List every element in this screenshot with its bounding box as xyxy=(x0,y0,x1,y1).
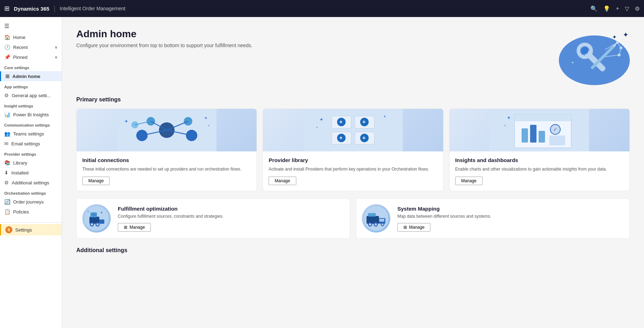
card-desc-fulfillment: Configure fulfillment sources, constrain… xyxy=(118,213,344,219)
svg-point-65 xyxy=(97,223,99,226)
card-image-connections: ✦ ✦ ✦ xyxy=(77,109,257,151)
card-desc-connections: These initial connections are needed to … xyxy=(82,166,251,172)
svg-text:+: + xyxy=(339,135,342,141)
manage-icon-fulfillment: ⊞ xyxy=(124,225,127,230)
svg-rect-74 xyxy=(379,219,384,222)
svg-point-79 xyxy=(375,223,377,226)
sidebar-item-admin-home[interactable]: ⊞ Admin home xyxy=(0,71,62,81)
svg-text:✦: ✦ xyxy=(504,124,506,127)
card-title-mapping: System Mapping xyxy=(397,206,624,212)
secondary-cards-grid: ✦ ✦ Fulfillment optimization Configure f… xyxy=(76,198,630,239)
sidebar-item-general-app[interactable]: ⚙ General app setti... xyxy=(0,90,62,100)
page-header: Admin home Configure your environment fr… xyxy=(76,28,630,85)
section-provider-settings: Provider settings xyxy=(0,149,62,158)
svg-text:✦: ✦ xyxy=(571,61,574,65)
sidebar-item-teams[interactable]: 👥 Teams settings xyxy=(0,129,62,139)
manage-button-fulfillment[interactable]: ⊞ Manage xyxy=(118,223,151,232)
manage-button-connections[interactable]: Manage xyxy=(82,177,110,185)
policy-icon: 📋 xyxy=(4,209,10,215)
grid-icon[interactable]: ⊞ xyxy=(4,5,10,12)
svg-rect-49 xyxy=(514,114,571,121)
home-icon: 🏠 xyxy=(4,34,10,40)
manage-button-insights[interactable]: Manage xyxy=(455,177,483,185)
svg-rect-31 xyxy=(303,109,403,151)
sidebar-installed-label: Installed xyxy=(11,170,28,176)
manage-button-mapping[interactable]: ⊞ Manage xyxy=(397,223,430,232)
sidebar-order-journeys-label: Order journeys xyxy=(13,199,44,205)
sidebar-item-email[interactable]: ✉ Email settings xyxy=(0,139,62,149)
card-title-connections: Initial connections xyxy=(82,157,251,163)
gear-icon: ⚙ xyxy=(4,93,9,98)
card-body-connections: Initial connections These initial connec… xyxy=(77,151,257,191)
sidebar-policies-label: Policies xyxy=(13,209,29,215)
search-icon[interactable]: 🔍 xyxy=(590,5,598,12)
email-icon: ✉ xyxy=(4,141,9,146)
card-body-insights: Insights and dashboards Enable charts an… xyxy=(450,151,629,191)
app-name: Intelligent Order Management xyxy=(60,6,125,11)
download-icon: ⬇ xyxy=(4,170,9,176)
card-system-mapping: System Mapping Map data between differen… xyxy=(356,198,630,239)
settings-icon[interactable]: ⚙ xyxy=(635,5,640,12)
svg-rect-61 xyxy=(99,219,104,224)
section-core-settings: Core settings xyxy=(0,62,62,71)
filter-icon[interactable]: ▽ xyxy=(625,5,629,12)
svg-rect-51 xyxy=(530,125,536,143)
card-icon-fulfillment: ✦ ✦ xyxy=(82,204,111,233)
manage-button-provider[interactable]: Manage xyxy=(269,177,296,185)
sidebar-library-label: Library xyxy=(13,160,27,166)
svg-rect-81 xyxy=(368,213,376,217)
card-horizontal-body-fulfillment: Fulfillment optimization Configure fulfi… xyxy=(118,206,344,232)
sidebar-email-label: Email settings xyxy=(11,141,40,146)
card-image-insights: ✓ ✦ ✦ xyxy=(450,109,629,151)
primary-section-title: Primary settings xyxy=(76,96,630,103)
page-title: Admin home xyxy=(76,28,252,40)
svg-text:✦: ✦ xyxy=(100,211,103,215)
card-image-provider: + + + + ✦ ✦ ✦ xyxy=(263,109,443,151)
svg-text:+: + xyxy=(362,135,365,141)
sidebar-item-additional[interactable]: ⚙ Additional settings xyxy=(0,178,62,188)
sidebar-item-library[interactable]: 📚 Library xyxy=(0,158,62,168)
main-layout: ☰ 🏠 Home 🕐 Recent ∨ 📌 Pinned ∨ Core sett… xyxy=(0,17,644,328)
sidebar-item-home[interactable]: 🏠 Home xyxy=(0,32,62,42)
sidebar-item-pinned[interactable]: 📌 Pinned ∨ xyxy=(0,52,62,62)
hamburger-menu[interactable]: ☰ xyxy=(0,20,62,32)
svg-rect-72 xyxy=(367,216,379,224)
sidebar-item-installed[interactable]: ⬇ Installed xyxy=(0,168,62,178)
lightbulb-icon[interactable]: 💡 xyxy=(603,5,610,12)
svg-text:✦: ✦ xyxy=(87,210,89,213)
page-subtitle: Configure your environment from top to b… xyxy=(76,43,252,48)
library-icon: 📚 xyxy=(4,160,10,166)
card-icon-mapping xyxy=(362,204,390,233)
svg-point-80 xyxy=(382,224,384,226)
svg-point-64 xyxy=(91,223,93,226)
add-icon[interactable]: + xyxy=(616,5,619,12)
svg-text:✦: ✦ xyxy=(507,115,511,121)
sidebar-item-settings[interactable]: S Settings xyxy=(0,224,62,235)
svg-text:✦: ✦ xyxy=(612,34,617,40)
chevron-down-icon: ∨ xyxy=(55,45,57,50)
topbar-actions: 🔍 💡 + ▽ ⚙ xyxy=(590,5,640,12)
sidebar-pinned-label: Pinned xyxy=(13,55,27,60)
page-header-left: Admin home Configure your environment fr… xyxy=(76,28,252,48)
chevron-down-icon: ∨ xyxy=(55,55,57,60)
teams-icon: 👥 xyxy=(4,131,10,137)
manage-icon-mapping: ⊞ xyxy=(403,225,407,230)
svg-text:✓: ✓ xyxy=(553,127,557,132)
sidebar-item-recent[interactable]: 🕐 Recent ∨ xyxy=(0,42,62,52)
svg-rect-56 xyxy=(549,135,565,145)
topbar: ⊞ Dynamics 365 | Intelligent Order Manag… xyxy=(0,0,644,17)
journey-icon: 🔄 xyxy=(4,199,10,205)
sidebar-additional-label: Additional settings xyxy=(12,180,49,185)
settings-avatar: S xyxy=(5,226,12,233)
section-orchestration-settings: Orchestration settings xyxy=(0,188,62,197)
svg-point-78 xyxy=(369,223,371,226)
svg-text:✦: ✦ xyxy=(124,118,128,124)
additional-icon: ⚙ xyxy=(4,180,9,185)
card-body-provider: Provider library Activate and install Pr… xyxy=(263,151,443,191)
sidebar-item-power-bi[interactable]: 📊 Power Bi Insights xyxy=(0,110,62,119)
section-insight-settings: Insight settings xyxy=(0,100,62,110)
app-logo: Dynamics 365 xyxy=(14,6,49,12)
sidebar-item-order-journeys[interactable]: 🔄 Order journeys xyxy=(0,197,62,207)
grid-icon: ⊞ xyxy=(5,73,10,79)
sidebar-item-policies[interactable]: 📋 Policies xyxy=(0,207,62,217)
